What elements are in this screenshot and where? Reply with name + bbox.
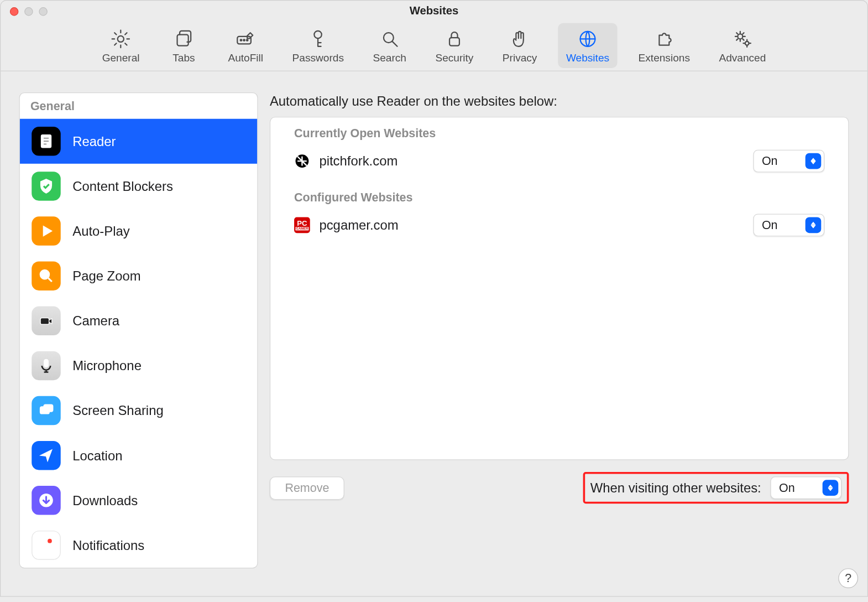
svg-rect-15 [43,143,46,144]
sidebar-item-label: Auto-Play [72,224,129,238]
website-domain: pitchfork.com [319,153,398,168]
close-window-button[interactable] [10,7,19,16]
svg-point-10 [738,34,742,39]
preferences-window: Websites General Tabs AutoFill Password [0,0,868,596]
sidebar-item-downloads[interactable]: Downloads [20,478,257,523]
sidebar-item-label: Reader [72,134,116,149]
tab-label: Extensions [639,52,690,64]
hand-icon [508,27,532,51]
reader-icon [32,127,60,155]
lock-icon [442,27,466,51]
camera-icon [32,307,60,335]
sidebar-item-microphone[interactable]: Microphone [20,343,257,388]
tab-label: Advanced [719,52,766,64]
location-arrow-icon [32,441,60,470]
puzzle-icon [652,27,676,51]
chevron-updown-icon [823,480,839,496]
svg-rect-17 [40,318,49,325]
key-icon [306,27,330,51]
svg-rect-1 [177,35,188,46]
website-row[interactable]: PCGAMER pcgamer.com On [270,210,848,245]
sidebar-header: General [20,93,257,119]
globe-icon [576,27,600,51]
microphone-icon [32,351,60,380]
sidebar-item-label: Content Blockers [72,179,173,194]
help-button[interactable]: ? [838,568,858,588]
popup-value: On [754,218,806,232]
svg-rect-20 [44,405,53,412]
sidebar-item-label: Page Zoom [72,268,140,283]
popup-value: On [771,481,823,495]
sidebar-item-label: Location [72,448,122,463]
tab-autofill[interactable]: AutoFill [220,23,271,68]
tab-label: General [102,52,140,64]
sidebar-item-screen-sharing[interactable]: Screen Sharing [20,388,257,433]
titlebar: Websites [1,1,867,22]
tab-tabs[interactable]: Tabs [161,23,207,68]
zoom-in-icon [32,261,60,290]
magnifier-icon [378,27,401,51]
sidebar-item-autoplay[interactable]: Auto-Play [20,209,257,253]
screens-icon [32,396,60,425]
tab-passwords[interactable]: Passwords [284,23,352,68]
svg-rect-18 [44,359,49,367]
tab-general[interactable]: General [94,23,148,68]
sidebar: General Reader Content Blockers Auto-Pla… [19,92,258,568]
tab-search[interactable]: Search [365,23,414,68]
sidebar-item-location[interactable]: Location [20,433,257,478]
websites-list: Currently Open Websites pitchfork.com On [270,117,849,460]
svg-point-5 [247,39,248,41]
chevron-updown-icon [806,217,822,233]
sidebar-item-page-zoom[interactable]: Page Zoom [20,253,257,298]
gears-icon [730,27,754,51]
sidebar-item-camera[interactable]: Camera [20,298,257,343]
website-domain: pcgamer.com [319,217,398,232]
popup-value: On [754,154,806,168]
sidebar-item-reader[interactable]: Reader [20,119,257,164]
tab-label: AutoFill [228,52,263,64]
pcgamer-favicon: PCGAMER [294,217,310,233]
tab-advanced[interactable]: Advanced [711,23,774,68]
window-title: Websites [1,1,867,22]
svg-point-4 [244,39,245,41]
tab-label: Tabs [172,52,195,64]
traffic-lights [10,7,48,16]
sidebar-item-notifications[interactable]: Notifications [20,523,257,568]
svg-point-0 [118,36,124,42]
svg-rect-13 [43,138,49,139]
tab-label: Search [373,52,406,64]
detail-title: Automatically use Reader on the websites… [270,92,849,117]
website-row[interactable]: pitchfork.com On [270,146,848,181]
section-configured-label: Configured Websites [270,181,848,210]
sidebar-item-label: Notifications [72,538,144,553]
play-icon [32,216,60,245]
chevron-updown-icon [806,153,822,169]
other-websites-group: When visiting other websites: On [583,472,849,504]
sidebar-item-label: Screen Sharing [72,403,163,418]
tab-label: Websites [566,52,609,64]
detail-footer: Remove When visiting other websites: On [270,460,849,504]
sidebar-item-content-blockers[interactable]: Content Blockers [20,164,257,209]
tab-label: Privacy [503,52,537,64]
other-websites-popup[interactable]: On [770,476,841,499]
svg-rect-14 [43,141,49,142]
tab-privacy[interactable]: Privacy [495,23,545,68]
download-icon [32,486,60,515]
zoom-window-button[interactable] [39,7,48,16]
bell-icon [32,531,60,559]
detail-pane: Automatically use Reader on the websites… [270,92,849,504]
tab-websites[interactable]: Websites [558,23,618,68]
preferences-toolbar: General Tabs AutoFill Passwords Search [1,22,867,71]
tab-extensions[interactable]: Extensions [630,23,698,68]
tab-label: Passwords [292,52,344,64]
tab-label: Security [435,52,473,64]
svg-point-11 [745,41,749,45]
tabs-icon [172,27,196,51]
other-websites-label: When visiting other websites: [590,480,761,495]
reader-mode-popup[interactable]: On [753,214,824,237]
tab-security[interactable]: Security [427,23,482,68]
reader-mode-popup[interactable]: On [753,150,824,173]
minimize-window-button[interactable] [24,7,33,16]
svg-point-22 [48,539,52,543]
remove-button[interactable]: Remove [270,476,344,500]
